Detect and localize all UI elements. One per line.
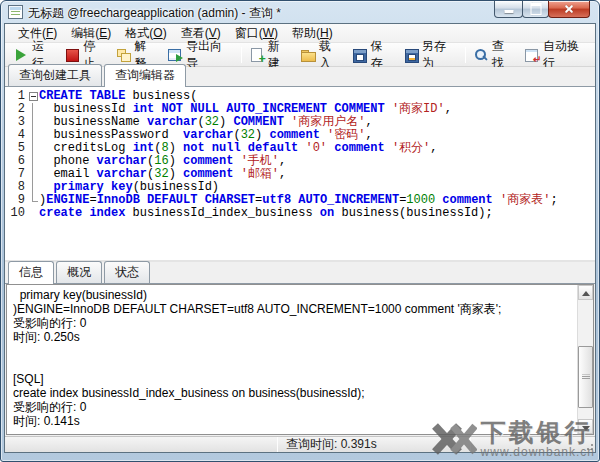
maximize-button[interactable] [522, 1, 549, 18]
icon-save [352, 48, 366, 62]
title-bar[interactable]: 无标题 @freechargeapplication (admin) - 查询 … [1, 1, 599, 23]
tab-query-editor[interactable]: 查询编辑器 [104, 64, 186, 87]
message-line: create index businessId_index_business o… [13, 386, 571, 400]
icon-new [250, 48, 264, 62]
message-line [13, 358, 571, 372]
message-line: )ENGINE=InnoDB DEFAULT CHARSET=utf8 AUTO… [13, 302, 571, 316]
tab-summary[interactable]: 概况 [56, 261, 102, 283]
window-controls [495, 1, 590, 18]
messages-content: primary key(businessId))ENGINE=InnoDB DE… [13, 288, 571, 428]
toolbar-separator [465, 47, 466, 63]
message-line: 受影响的行: 0 [13, 316, 571, 330]
close-button[interactable] [548, 1, 590, 18]
sql-editor[interactable]: 1CREATE TABLE business(2 businessId int … [5, 87, 595, 262]
status-left-panel [5, 437, 277, 452]
messages-scrollbar[interactable] [577, 285, 593, 434]
fold-gutter [27, 181, 39, 194]
scroll-down-icon[interactable] [578, 419, 593, 434]
icon-auto-wrap [525, 48, 539, 62]
line-number: 10 [5, 207, 27, 220]
window-title: 无标题 @freechargeapplication (admin) - 查询 … [28, 5, 281, 22]
code-text: create index businessId_index_business o… [39, 207, 493, 220]
status-right-panel [471, 437, 595, 452]
fold-gutter [27, 168, 39, 181]
query-window-icon [8, 5, 23, 19]
message-line [13, 344, 571, 358]
icon-find [474, 48, 488, 62]
status-bar: 查询时间: 0.391s [5, 436, 595, 452]
editor-tab-bar: 查询创建工具查询编辑器 [5, 67, 595, 87]
scrollbar-thumb[interactable] [578, 346, 593, 408]
code-line[interactable]: 10create index businessId_index_business… [5, 207, 595, 220]
icon-load [301, 48, 315, 62]
message-line: [SQL] [13, 372, 571, 386]
message-line: 时间: 0.250s [13, 330, 571, 344]
fold-gutter [27, 207, 39, 220]
fold-gutter [27, 142, 39, 155]
fold-gutter [27, 103, 39, 116]
scroll-up-icon[interactable] [578, 285, 593, 300]
icon-export-wizard [168, 48, 182, 62]
icon-run [14, 48, 28, 62]
tab-info[interactable]: 信息 [8, 261, 54, 284]
message-line: 时间: 0.141s [13, 414, 571, 428]
fold-gutter [27, 194, 39, 207]
icon-explain [117, 48, 131, 62]
resize-grip[interactable] [584, 441, 593, 450]
fold-toggle-icon[interactable] [27, 90, 39, 103]
result-tab-bar: 信息概况状态 [5, 263, 595, 284]
tab-status[interactable]: 状态 [104, 261, 150, 283]
query-window: 无标题 @freechargeapplication (admin) - 查询 … [0, 0, 600, 462]
fold-gutter [27, 116, 39, 129]
icon-stop [65, 48, 79, 62]
fold-gutter [27, 155, 39, 168]
minimize-button[interactable] [494, 1, 523, 18]
fold-gutter [27, 129, 39, 142]
client-area: 文件(F)编辑(E)格式(O)查看(V)窗口(W)帮助(H) 运行停止解释导出向… [4, 23, 596, 453]
icon-save-as [404, 48, 418, 62]
messages-pane: primary key(businessId))ENGINE=InnoDB DE… [6, 284, 594, 435]
message-line: primary key(businessId) [13, 288, 571, 302]
tab-query-builder[interactable]: 查询创建工具 [8, 64, 102, 86]
toolbar-separator [241, 47, 242, 63]
message-line: 受影响的行: 0 [13, 400, 571, 414]
query-time-label: 查询时间: 0.391s [278, 437, 470, 452]
